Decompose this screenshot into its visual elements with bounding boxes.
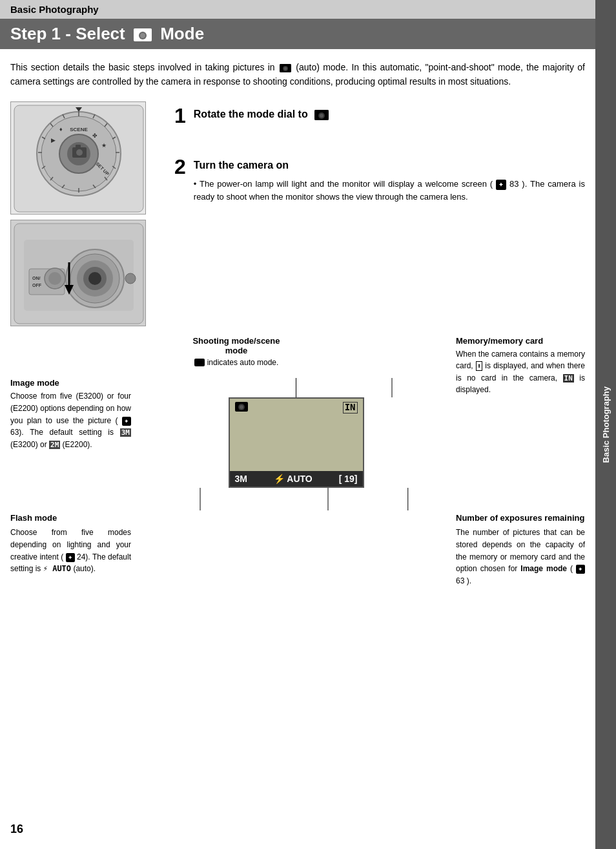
image-mode-body: Choose from five (E3200) or four (E2200)… — [10, 390, 131, 450]
svg-point-50 — [48, 272, 61, 285]
svg-text:✤: ✤ — [92, 132, 98, 139]
image-mode-title: Image mode — [10, 378, 131, 388]
steps-content: 1 Rotate the mode dial to — [159, 101, 585, 326]
svg-rect-33 — [76, 145, 81, 148]
shooting-mode-cam-icon — [194, 359, 205, 366]
shooting-mode-sub: indicates auto mode. — [185, 358, 288, 367]
svg-text:♦: ♦ — [59, 126, 63, 132]
connector-lines-bottom — [136, 488, 456, 510]
step-title: Step 1 - Select Mode — [10, 24, 204, 44]
connector-lines-top — [136, 378, 456, 397]
exposures-body: The number of pictures that can be store… — [456, 527, 585, 587]
lcd-exposures-val: [ 19] — [339, 474, 358, 484]
intro-text: This section details the basic steps inv… — [0, 49, 595, 95]
lcd-image-mode-val: 3M — [235, 474, 247, 484]
svg-rect-1 — [140, 28, 145, 29]
shooting-mode-annotation: Shooting mode/scene mode indicates auto … — [185, 336, 288, 367]
flash-mode-ref-icon: ✦ — [66, 553, 75, 562]
step2-bullet: The power-on lamp will light and the mon… — [194, 178, 585, 204]
exposures-box: Number of exposures remaining The number… — [456, 510, 585, 587]
image-mode-3m: 3M — [120, 428, 131, 437]
flash-mode-box: Flash mode Choose from five modes depend… — [10, 510, 136, 587]
memory-card-title: Memory/memory card — [456, 336, 585, 346]
svg-point-63 — [240, 405, 243, 409]
svg-point-3 — [140, 33, 145, 38]
right-spacer — [456, 378, 585, 510]
image-mode-box: Image mode Choose from five (E3200) or f… — [10, 378, 136, 510]
middle-diagram-row: Image mode Choose from five (E3200) or f… — [10, 378, 585, 510]
svg-point-45 — [88, 272, 101, 285]
lcd-top-row: IN — [230, 399, 363, 414]
lcd-screen: IN 3M ⚡ AUTO [ 19] — [229, 397, 364, 488]
step2-content: Turn the camera on The power-on lamp wil… — [194, 159, 585, 204]
image-mode-ref-icon: ✦ — [122, 417, 131, 426]
lcd-bottom-bar: 3M ⚡ AUTO [ 19] — [230, 471, 363, 487]
flash-auto-text: ⚡ AUTO — [43, 564, 71, 573]
complete-diagram-section: Shooting mode/scene mode indicates auto … — [0, 336, 595, 587]
bottom-center-spacer — [136, 510, 456, 587]
svg-text:OFF: OFF — [32, 283, 42, 288]
lcd-display-center: IN 3M ⚡ AUTO [ 19] — [136, 378, 456, 510]
step1-cam-icon — [314, 110, 329, 120]
camera-images: SCENE SET UP ✤ ★ ♦ ▶ — [10, 101, 159, 326]
chapter-header: Basic Photography — [0, 0, 595, 19]
image-mode-2m: 2M — [49, 441, 60, 449]
mode-dial-image: SCENE SET UP ✤ ★ ♦ ▶ — [10, 101, 146, 215]
exposures-ref-icon: ✦ — [576, 565, 585, 574]
step1-number: 1 — [174, 105, 186, 126]
exposures-image-mode-bold: Image mode — [520, 564, 567, 573]
bottom-annotation-row: Flash mode Choose from five modes depend… — [10, 510, 585, 587]
lcd-card-symbol: IN — [343, 402, 358, 414]
chapter-title: Basic Photography — [10, 4, 99, 15]
page-number: 16 — [10, 823, 23, 836]
flash-mode-title: Flash mode — [10, 513, 131, 523]
svg-text:ON/: ON/ — [32, 276, 41, 280]
top-annotation-row: Shooting mode/scene mode indicates auto … — [10, 336, 585, 378]
svg-point-7 — [283, 67, 287, 70]
step2-number: 2 — [174, 156, 186, 177]
step-title-bar: Step 1 - Select Mode — [0, 19, 595, 49]
steps-layout: SCENE SET UP ✤ ★ ♦ ▶ — [0, 101, 595, 326]
svg-text:★: ★ — [101, 142, 107, 149]
svg-rect-55 — [319, 110, 324, 110]
step-1: 1 Rotate the mode dial to — [174, 108, 585, 127]
exposures-title: Number of exposures remaining — [456, 513, 585, 523]
svg-text:▶: ▶ — [51, 137, 56, 143]
flash-mode-body: Choose from five modes depending on ligh… — [10, 527, 131, 574]
svg-point-53 — [125, 273, 136, 284]
shooting-mode-title: Shooting mode/scene mode — [185, 336, 288, 355]
sidebar-label: Basic Photography — [601, 386, 611, 463]
step2-heading: Turn the camera on — [194, 159, 585, 173]
svg-rect-61 — [239, 402, 244, 403]
step-2: 2 Turn the camera on The power-on lamp w… — [174, 159, 585, 204]
power-switch-image: ON/ OFF — [10, 220, 146, 326]
sidebar: Basic Photography — [595, 0, 616, 849]
lcd-flash-val: ⚡ AUTO — [274, 474, 313, 484]
step1-content: Rotate the mode dial to — [194, 108, 585, 127]
step2-ref-icon: ✦ — [496, 180, 506, 190]
svg-point-34 — [76, 149, 83, 156]
svg-point-57 — [320, 114, 323, 118]
step1-heading: Rotate the mode dial to — [194, 108, 585, 121]
auto-mode-icon-inline — [280, 64, 291, 72]
svg-rect-5 — [283, 64, 287, 65]
main-content: Basic Photography Step 1 - Select Mode T… — [0, 0, 595, 587]
svg-text:SCENE: SCENE — [70, 127, 88, 132]
card-icon-inline: ⬆ — [476, 361, 483, 371]
camera-mode-icon — [134, 28, 152, 41]
lcd-cam-symbol — [235, 402, 248, 414]
